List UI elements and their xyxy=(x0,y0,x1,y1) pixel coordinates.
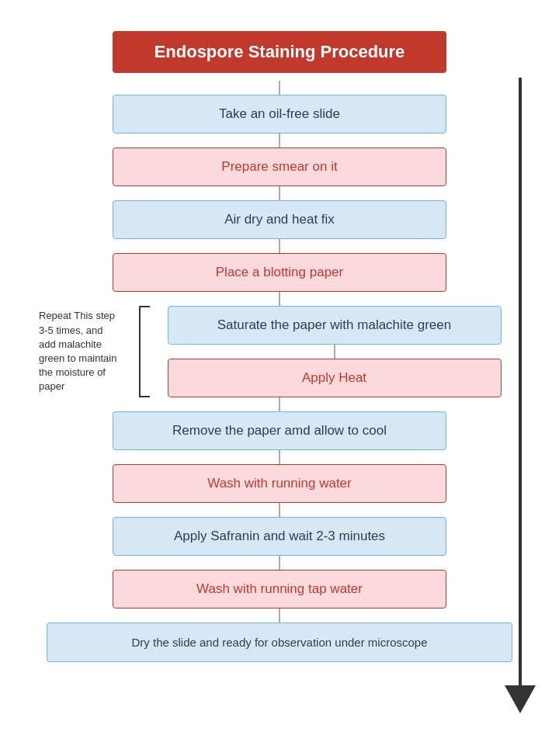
step-8: Wash with running water xyxy=(113,464,446,503)
step-9: Apply Safranin and wait 2-3 minutes xyxy=(113,517,446,556)
step-1: Take an oil-free slide xyxy=(113,95,446,134)
page: Endospore Staining Procedure Take an oil… xyxy=(0,0,559,756)
bracket-vertical-line xyxy=(139,306,141,397)
steps-container: Take an oil-free slide Prepare smear on … xyxy=(0,81,559,662)
arrow-head xyxy=(505,685,536,713)
repeat-steps: Saturate the paper with malachite green … xyxy=(148,306,520,397)
step-7: Remove the paper amd allow to cool xyxy=(113,411,446,450)
connector xyxy=(279,292,280,306)
step-11: Dry the slide and ready for observation … xyxy=(47,622,512,662)
repeat-section: Repeat This step 3-5 times, and add mala… xyxy=(39,306,520,397)
bracket xyxy=(128,306,145,397)
connector xyxy=(279,81,280,95)
connector xyxy=(334,345,335,359)
page-title: Endospore Staining Procedure xyxy=(113,31,446,73)
connector xyxy=(279,556,280,570)
step-4: Place a blotting paper xyxy=(113,253,446,292)
connector xyxy=(279,186,280,200)
connector xyxy=(279,397,280,411)
connector xyxy=(279,450,280,464)
step-2: Prepare smear on it xyxy=(113,147,446,186)
connector xyxy=(279,503,280,517)
bracket-bottom-line xyxy=(139,396,150,397)
repeat-label: Repeat This step 3-5 times, and add mala… xyxy=(39,309,128,394)
connector xyxy=(279,134,280,147)
step-5: Saturate the paper with malachite green xyxy=(168,306,502,345)
connector xyxy=(279,609,280,622)
connector xyxy=(279,239,280,253)
step-10: Wash with running tap water xyxy=(113,570,446,609)
step-3: Air dry and heat fix xyxy=(113,200,446,239)
bracket-top-line xyxy=(139,306,150,307)
step-6: Apply Heat xyxy=(168,359,502,397)
